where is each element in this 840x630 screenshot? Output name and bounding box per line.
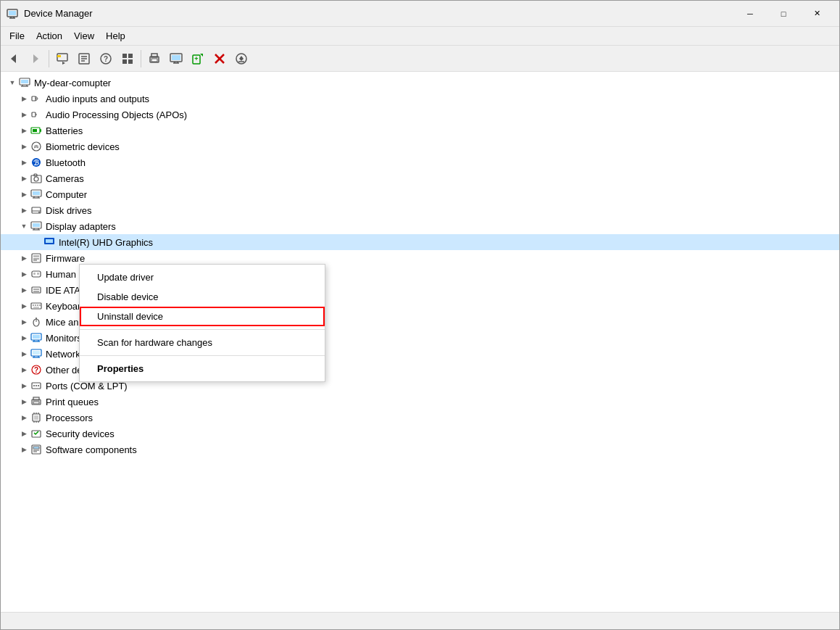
- svg-rect-46: [33, 129, 37, 132]
- disk-drives-label: Disk drives: [46, 205, 92, 216]
- print-button[interactable]: [144, 49, 165, 69]
- context-sep-2: [80, 355, 325, 356]
- context-update-driver[interactable]: Update driver: [80, 268, 325, 287]
- help-button[interactable]: ?: [96, 49, 116, 69]
- minimize-button[interactable]: ─: [733, 1, 767, 27]
- print-queues-toggle[interactable]: ▶: [18, 396, 30, 407]
- computer-toggle[interactable]: ▶: [18, 188, 30, 200]
- tree-intel-uhd[interactable]: ▶ Intel(R) UHD Graphics: [1, 234, 839, 250]
- tree-cameras[interactable]: ▶ Cameras: [1, 170, 839, 186]
- remove-button[interactable]: [209, 49, 230, 69]
- maximize-button[interactable]: □: [767, 1, 800, 27]
- ports-icon: [30, 379, 43, 392]
- print-queues-icon: [30, 395, 43, 408]
- svg-point-100: [33, 385, 35, 386]
- menu-file[interactable]: File: [4, 28, 30, 44]
- svg-rect-79: [33, 304, 34, 306]
- svg-marker-35: [241, 56, 244, 61]
- monitors-label: Monitors: [46, 333, 82, 344]
- tree-audio-io[interactable]: ▶ Audio inputs and outputs: [1, 91, 839, 107]
- view-button[interactable]: [117, 49, 138, 69]
- network-icon: [30, 347, 43, 360]
- svg-text:?: ?: [34, 366, 38, 374]
- toolbar: ?: [1, 46, 839, 72]
- tree-batteries[interactable]: ▶ Batteries: [1, 123, 839, 138]
- ports-toggle[interactable]: ▶: [18, 380, 30, 391]
- disk-drives-toggle[interactable]: ▶: [18, 204, 30, 216]
- forward-button[interactable]: [25, 49, 46, 69]
- biometric-toggle[interactable]: ▶: [18, 141, 30, 152]
- tree-root[interactable]: ▼ My-dear-comupter: [1, 75, 839, 91]
- security-label: Security devices: [46, 428, 115, 439]
- svg-rect-22: [151, 54, 157, 57]
- display-adapters-icon: [30, 220, 43, 233]
- tree-bluetooth[interactable]: ▶ ℬ Bluetooth: [1, 154, 839, 170]
- tree-display-adapters[interactable]: ▼ Display adapters: [1, 218, 839, 234]
- tree-disk-drives[interactable]: ▶ Disk drives: [1, 202, 839, 218]
- tree-print-queues[interactable]: ▶ Print queues: [1, 394, 839, 410]
- tree-biometric[interactable]: ▶ Biometric devices: [1, 138, 839, 154]
- context-uninstall-device[interactable]: Uninstall device: [80, 307, 325, 326]
- firmware-label: Firmware: [46, 253, 85, 264]
- download-button[interactable]: [231, 49, 251, 69]
- tree-security[interactable]: ▶ Security devices: [1, 426, 839, 442]
- keyboard-toggle[interactable]: ▶: [18, 300, 30, 312]
- device-manager-window: Device Manager ─ □ ✕ File Action View He…: [0, 0, 840, 630]
- ide-toggle[interactable]: ▶: [18, 284, 30, 296]
- bluetooth-toggle[interactable]: ▶: [18, 157, 30, 168]
- status-bar: [1, 612, 839, 629]
- monitors-icon: [30, 331, 43, 344]
- processors-toggle[interactable]: ▶: [18, 412, 30, 423]
- processors-label: Processors: [46, 413, 93, 423]
- context-properties[interactable]: Properties: [80, 359, 325, 378]
- ide-icon: [30, 283, 43, 297]
- svg-rect-107: [34, 415, 38, 420]
- svg-rect-68: [32, 254, 41, 262]
- menu-help[interactable]: Help: [100, 28, 131, 44]
- firmware-icon: [30, 252, 43, 265]
- svg-rect-67: [46, 239, 53, 243]
- close-button[interactable]: ✕: [800, 1, 833, 27]
- audio-processing-toggle[interactable]: ▶: [18, 109, 30, 120]
- intel-uhd-icon: [43, 236, 56, 249]
- security-toggle[interactable]: ▶: [18, 428, 30, 439]
- other-toggle[interactable]: ▶: [18, 364, 30, 376]
- tree-audio-processing[interactable]: ▶ Audio Processing Objects (APOs): [1, 107, 839, 123]
- menu-action[interactable]: Action: [30, 28, 68, 44]
- audio-io-toggle[interactable]: ▶: [18, 93, 30, 104]
- cameras-toggle[interactable]: ▶: [18, 173, 30, 184]
- tree-computer[interactable]: ▶ Computer: [1, 186, 839, 202]
- bluetooth-icon: ℬ: [30, 156, 43, 169]
- root-toggle[interactable]: ▼: [7, 77, 18, 88]
- batteries-toggle[interactable]: ▶: [18, 125, 30, 136]
- monitor-button[interactable]: [166, 49, 186, 69]
- bluetooth-label: Bluetooth: [46, 157, 86, 168]
- mice-toggle[interactable]: ▶: [18, 316, 30, 328]
- svg-rect-38: [21, 80, 28, 83]
- tree-software[interactable]: ▶ Software components: [1, 442, 839, 457]
- tree-processors[interactable]: ▶ Processors: [1, 410, 839, 426]
- menu-view[interactable]: View: [68, 28, 100, 44]
- context-disable-device[interactable]: Disable device: [80, 287, 325, 307]
- svg-marker-6: [33, 54, 38, 63]
- svg-point-60: [38, 212, 40, 213]
- context-scan-hardware[interactable]: Scan for hardware changes: [80, 333, 325, 352]
- monitors-toggle[interactable]: ▶: [18, 332, 30, 344]
- software-toggle[interactable]: ▶: [18, 444, 30, 455]
- display-adapters-toggle[interactable]: ▼: [18, 220, 30, 232]
- title-bar-text: Device Manager: [24, 8, 733, 19]
- human-input-toggle[interactable]: ▶: [18, 268, 30, 280]
- back-button[interactable]: [4, 49, 24, 69]
- firmware-toggle[interactable]: ▶: [18, 252, 30, 264]
- add-driver-button[interactable]: +: [188, 49, 208, 69]
- properties-button[interactable]: [74, 49, 94, 69]
- display-adapters-label: Display adapters: [46, 221, 116, 232]
- svg-rect-74: [37, 273, 39, 275]
- up-button[interactable]: [52, 49, 72, 69]
- computer-label: Computer: [46, 189, 87, 200]
- svg-rect-62: [33, 223, 40, 227]
- network-toggle[interactable]: ▶: [18, 348, 30, 360]
- processors-icon: [30, 411, 43, 424]
- svg-point-102: [38, 385, 39, 386]
- svg-point-86: [36, 318, 37, 319]
